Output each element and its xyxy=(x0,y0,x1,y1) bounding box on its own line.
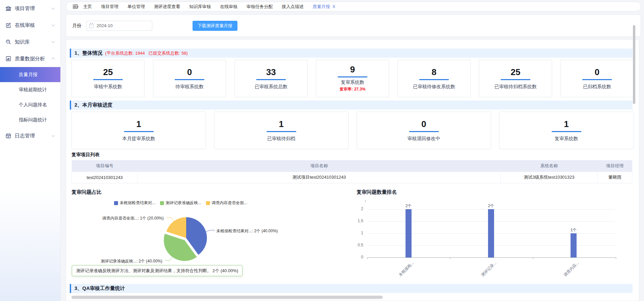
tab-project-management[interactable]: 项目管理 xyxy=(101,4,118,10)
bar-eval-record[interactable] xyxy=(488,209,494,257)
stat-value: 1 xyxy=(136,119,141,129)
stat-underline xyxy=(419,79,449,80)
recheck-rate-label: 复审率: 27.3% xyxy=(339,86,365,92)
stat-underline xyxy=(409,131,439,132)
stat-card-reviewed-pending-archive-systems: 25 已审核待归档系统数 xyxy=(479,60,552,97)
stat-label: 已审核待归档系统数 xyxy=(494,84,537,90)
chevron-up-icon xyxy=(52,57,55,61)
tab-evaluation-progress[interactable]: 测评进度查看 xyxy=(154,4,180,10)
bar-not-per-check-result[interactable] xyxy=(406,209,412,257)
stat-card-reviewed-pending-fix-systems: 8 已审核待修改系统数 xyxy=(397,60,471,97)
tab-unit-management[interactable]: 单位管理 xyxy=(127,4,145,10)
sidebar-subitem-indicator-issue-stats[interactable]: 指标问题统计 xyxy=(0,112,60,127)
col-project-name: 项目名称 xyxy=(138,160,501,172)
chevron-down-icon xyxy=(52,23,55,26)
sidebar-subitem-personal-issue-ranking[interactable]: 个人问题排名 xyxy=(0,97,60,112)
calendar-icon xyxy=(5,133,11,139)
pie-leader-line xyxy=(165,257,172,261)
stat-card-reviewed-pending-archive: 1 已审核待归档 xyxy=(214,112,348,149)
section-title: 1、整体情况 xyxy=(74,50,102,56)
tabbar: 主页 项目管理 单位管理 测评进度查看 知识库审核 在线审核 审核任务分配 接入… xyxy=(66,2,641,11)
stat-card-archived-systems: 0 已归档系统数 xyxy=(560,60,634,97)
month-progress-stats-row: 1 本月提审系统数 1 已审核待归档 0 审核退回修改中 1 复审系统数 xyxy=(71,112,634,149)
stat-card-reviewing-systems: 25 审核中系统数 xyxy=(71,60,145,97)
section-month-progress-header: 2、本月审核进度 xyxy=(70,101,633,110)
bar-survey-content[interactable] xyxy=(571,233,577,257)
pie-label-eval-record: 测评记录准确反映...: 2个 (40.00%) xyxy=(71,258,162,264)
tab-online-review[interactable]: 在线审核 xyxy=(220,4,237,10)
sidebar-item-label: 项目管理 xyxy=(15,5,35,12)
sidebar-subitem-quality-monthly-report[interactable]: 质量月报 xyxy=(0,67,60,82)
stat-label: 已审核系统总数 xyxy=(255,84,287,90)
calendar-icon xyxy=(89,24,94,28)
section-title: 2、本月审核进度 xyxy=(74,102,112,108)
y-tick-label: 2 xyxy=(350,206,363,211)
section-title: 3、QA审核工作量统计 xyxy=(74,285,125,292)
overall-stats-row: 25 审核中系统数 0 待审核系统数 33 已审核系统总数 9 复审系统数 复审… xyxy=(71,60,634,97)
section-overall-header: 1、整体情况 (平台系统总数: 1944 已提交系统总数: 58) xyxy=(70,49,633,58)
stat-value: 25 xyxy=(511,67,521,77)
tab-access-point-desc[interactable]: 接入点描述 xyxy=(282,4,304,10)
stat-label: 本月提审系统数 xyxy=(122,136,155,142)
y-tick-label: 0.5 xyxy=(350,243,363,247)
stat-value: 0 xyxy=(595,67,599,77)
sidebar-item-label: 质量数据分析 xyxy=(15,56,45,62)
month-input[interactable] xyxy=(97,23,147,28)
table-header-row: 项目编号 项目名称 系统名称 项目经理 xyxy=(72,160,632,172)
pie-leader-line xyxy=(206,230,215,232)
month-picker[interactable] xyxy=(86,21,152,31)
cell-project-name: 测试项目test202410301243 xyxy=(138,172,501,183)
stat-value: 1 xyxy=(279,119,283,129)
stat-underline xyxy=(267,131,296,132)
y-tick-label: 1.5 xyxy=(350,219,363,223)
recheck-project-list-title: 复审项目列表 xyxy=(71,152,100,158)
pie-label-survey-content: 调查内容是否全面...: 1个 (20.00%) xyxy=(71,216,164,221)
y-axis-arrow-icon: ↑ xyxy=(364,198,367,204)
stat-card-recheck-systems: 9 复审系统数 复审率: 27.3% xyxy=(316,60,389,97)
filter-panel: 月份 下载测评质量月报 xyxy=(66,14,641,37)
tab-quality-monthly-report[interactable]: 质量月报 xyxy=(313,4,330,10)
stat-label: 复审系统数 xyxy=(555,136,578,142)
stat-label: 已审核待归档 xyxy=(267,136,296,142)
stat-underline xyxy=(582,79,612,80)
collapse-tabs-icon[interactable] xyxy=(73,5,78,8)
sidebar-subitem-review-overdue-stats[interactable]: 审核超期统计 xyxy=(0,82,60,97)
pie-leader-line xyxy=(166,218,174,221)
sidebar-item-project-management[interactable]: 项目管理 xyxy=(0,0,60,17)
sidebar-item-label: 在线审核 xyxy=(15,22,35,28)
download-report-button[interactable]: 下载测评质量月报 xyxy=(193,21,237,31)
tab-review-task-assign[interactable]: 审核任务分配 xyxy=(247,4,273,10)
cell-project-manager: 董晓雨 xyxy=(598,172,632,183)
sidebar-item-online-review[interactable]: 在线审核 xyxy=(0,17,60,34)
stat-label: 审核中系统数 xyxy=(94,84,122,90)
stat-value: 25 xyxy=(103,67,113,77)
sidebar-item-label: 知识库 xyxy=(15,39,30,45)
close-tab-icon[interactable]: X xyxy=(332,4,335,9)
stat-underline xyxy=(338,76,367,77)
y-tick-label: 1 xyxy=(350,231,363,235)
table-row[interactable]: test202410301243 测试项目test202410301243 测试… xyxy=(72,172,632,183)
sidebar-item-log-management[interactable]: 日志管理 xyxy=(0,127,60,144)
pie-slice[interactable] xyxy=(166,217,186,238)
pie-chart-title: 复审问题占比 xyxy=(71,189,102,195)
bar-value-label: 2个 xyxy=(398,203,419,209)
tab-knowledge-review[interactable]: 知识库审核 xyxy=(189,4,211,10)
vertical-scrollbar-thumb[interactable] xyxy=(633,25,635,104)
stat-underline xyxy=(552,131,581,132)
horizontal-scrollbar-thumb[interactable] xyxy=(71,296,383,299)
sidebar-item-quality-data-analysis[interactable]: 质量数据分析 xyxy=(0,50,60,67)
edit-square-icon xyxy=(5,22,11,28)
sidebar-item-knowledge-base[interactable]: 知识库 xyxy=(0,34,60,50)
stat-label: 待审核系统数 xyxy=(175,84,204,90)
stat-card-pending-review-systems: 0 待审核系统数 xyxy=(153,60,226,97)
stat-underline xyxy=(124,131,154,132)
sidebar-subitem-label: 指标问题统计 xyxy=(19,117,47,123)
stat-label: 审核退回修改中 xyxy=(408,136,440,142)
col-project-manager: 项目经理 xyxy=(598,160,632,172)
recheck-project-table: 项目编号 项目名称 系统名称 项目经理 test202410301243 测试项… xyxy=(71,160,632,183)
sidebar-subitem-label: 个人问题排名 xyxy=(19,102,47,108)
tab-home[interactable]: 主页 xyxy=(83,4,92,10)
stat-card-recheck-systems-month: 1 复审系统数 xyxy=(499,112,634,149)
col-system-name: 系统名称 xyxy=(501,160,598,172)
stat-underline xyxy=(501,79,530,80)
